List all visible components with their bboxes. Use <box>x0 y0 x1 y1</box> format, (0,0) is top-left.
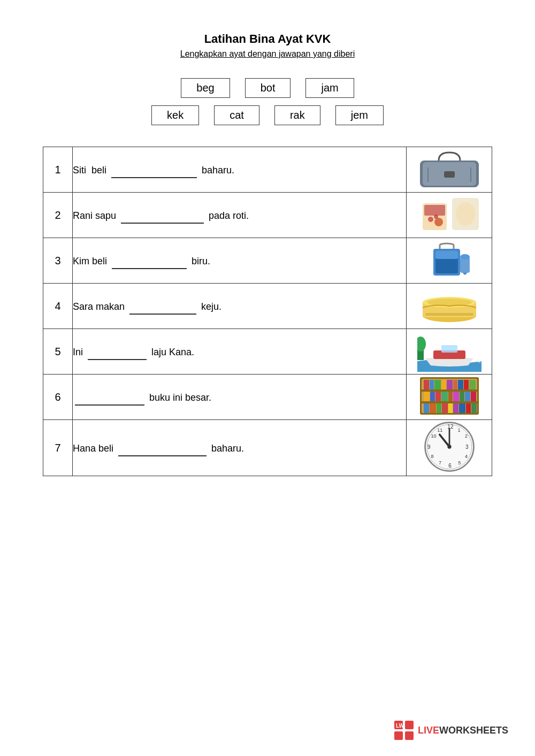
svg-rect-29 <box>422 401 477 403</box>
svg-rect-53 <box>453 403 458 413</box>
svg-rect-50 <box>437 403 441 413</box>
svg-rect-31 <box>430 380 434 390</box>
svg-rect-56 <box>471 403 477 413</box>
svg-rect-41 <box>435 392 441 401</box>
svg-rect-32 <box>434 380 441 390</box>
exercise-table: 1 Siti beli baharu. 2 Rani sapu pada rot… <box>43 147 492 476</box>
svg-rect-49 <box>430 403 436 413</box>
svg-rect-14 <box>435 251 458 259</box>
row-number-1: 1 <box>43 147 73 193</box>
svg-text:11: 11 <box>437 427 442 433</box>
svg-rect-76 <box>394 731 403 740</box>
table-row: 1 Siti beli baharu. <box>43 147 492 193</box>
blank-5 <box>88 343 147 361</box>
page-title: Latihan Bina Ayat KVK <box>43 32 492 46</box>
svg-rect-37 <box>464 380 469 390</box>
svg-text:10: 10 <box>431 433 436 439</box>
svg-rect-36 <box>458 380 463 390</box>
svg-text:5: 5 <box>458 460 461 465</box>
svg-point-8 <box>456 202 475 226</box>
word-jam: jam <box>305 78 354 98</box>
row-image-1 <box>407 147 492 193</box>
svg-rect-48 <box>424 403 429 413</box>
svg-text:12: 12 <box>447 424 454 430</box>
word-kek: kek <box>151 105 199 125</box>
svg-rect-43 <box>448 392 453 401</box>
blank-1 <box>111 161 197 179</box>
cake-icon <box>417 284 482 326</box>
word-row-2: kek cat rak jem <box>151 105 384 125</box>
row-number-6: 6 <box>43 375 73 420</box>
row-image-4 <box>407 284 492 329</box>
svg-rect-45 <box>460 392 464 401</box>
svg-rect-39 <box>424 392 430 401</box>
svg-text:1: 1 <box>457 427 460 433</box>
word-bot: bot <box>245 78 291 98</box>
blank-4 <box>129 297 196 315</box>
row-image-7: 12 3 6 9 1 2 4 5 7 8 10 11 <box>407 420 492 476</box>
row-sentence-7: Hana beli baharu. <box>73 420 407 476</box>
word-beg: beg <box>181 78 230 98</box>
logo-prefix: LIVE <box>418 725 439 736</box>
table-row: 3 Kim beli biru. <box>43 238 492 284</box>
svg-rect-34 <box>447 380 453 390</box>
row-number-5: 5 <box>43 329 73 375</box>
row-number-4: 4 <box>43 284 73 329</box>
svg-rect-40 <box>430 392 435 401</box>
svg-rect-6 <box>424 205 445 216</box>
svg-text:9: 9 <box>427 444 431 450</box>
svg-text:2: 2 <box>465 433 468 439</box>
row-sentence-6: buku ini besar. <box>73 375 407 420</box>
svg-rect-21 <box>425 313 473 316</box>
word-rak: rak <box>274 105 320 125</box>
row-image-5 <box>407 329 492 375</box>
svg-rect-33 <box>441 380 446 390</box>
svg-point-10 <box>428 217 433 222</box>
logo-icon: LW <box>394 721 414 740</box>
table-row: 2 Rani sapu pada roti. <box>43 193 492 238</box>
svg-point-25 <box>417 337 426 352</box>
liveworksheets-logo: LW LIVEWORKSHEETS <box>394 721 508 740</box>
paint-icon <box>417 238 482 281</box>
row-sentence-3: Kim beli biru. <box>73 238 407 284</box>
svg-rect-54 <box>459 403 465 413</box>
row-sentence-2: Rani sapu pada roti. <box>73 193 407 238</box>
svg-point-73 <box>447 445 451 448</box>
blank-7 <box>118 439 207 457</box>
logo-text: LIVEWORKSHEETS <box>418 725 508 736</box>
row-number-7: 7 <box>43 420 73 476</box>
table-row: 4 Sara makan keju. <box>43 284 492 329</box>
svg-text:7: 7 <box>439 460 441 465</box>
svg-rect-2 <box>444 171 455 178</box>
row-sentence-5: Ini laju Kana. <box>73 329 407 375</box>
shelf-icon <box>417 375 482 417</box>
svg-rect-44 <box>453 392 459 401</box>
svg-rect-23 <box>441 345 457 353</box>
table-row: 5 Ini laju Kana. <box>43 329 492 375</box>
row-number-2: 2 <box>43 193 73 238</box>
svg-rect-28 <box>422 390 477 392</box>
row-number-3: 3 <box>43 238 73 284</box>
page-subtitle: Lengkapkan ayat dengan jawapan yang dibe… <box>43 49 492 59</box>
svg-point-9 <box>434 218 443 226</box>
svg-text:4: 4 <box>465 454 468 459</box>
blank-6 <box>75 388 144 406</box>
svg-text:6: 6 <box>448 463 452 469</box>
blank-2 <box>121 207 204 224</box>
svg-rect-38 <box>469 380 476 390</box>
svg-rect-42 <box>441 392 448 401</box>
svg-rect-77 <box>405 731 414 740</box>
jam-icon <box>417 193 482 235</box>
word-row-1: beg bot jam <box>181 78 354 98</box>
row-image-6 <box>407 375 492 420</box>
svg-text:LW: LW <box>396 723 404 729</box>
word-bank: beg bot jam kek cat rak jem <box>43 78 492 125</box>
table-row: 6 buku ini besar. <box>43 375 492 420</box>
row-sentence-4: Sara makan keju. <box>73 284 407 329</box>
row-image-2 <box>407 193 492 238</box>
svg-rect-47 <box>471 392 476 401</box>
svg-rect-52 <box>448 403 453 413</box>
bag-icon <box>417 147 482 190</box>
table-row: 7 Hana beli baharu. 12 3 6 9 1 2 4 5 7 8… <box>43 420 492 476</box>
blank-3 <box>112 252 187 270</box>
